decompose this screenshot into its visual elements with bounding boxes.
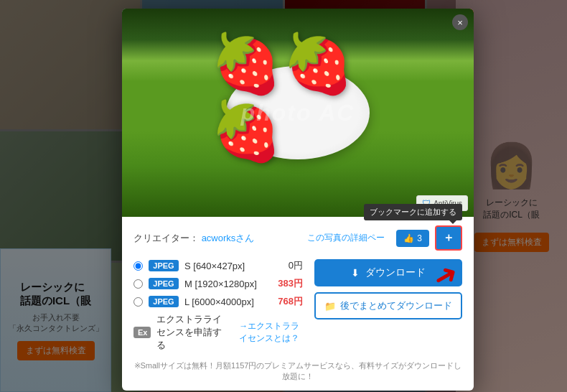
detail-link[interactable]: この写真の詳細ペー: [307, 232, 385, 244]
folder-icon: 📁: [324, 301, 336, 312]
option-row-s: JPEG S [640×427px] 0円: [133, 259, 303, 272]
bookmark-tooltip: ブックマークに追加する: [364, 204, 462, 220]
options-download-area: JPEG S [640×427px] 0円 JPEG M [1920×1280p…: [133, 259, 462, 355]
modal-image: 🍓🍓🍓 photo AC 🛡 AntiVirus: [122, 9, 474, 217]
ex-tag: Ex: [133, 327, 151, 338]
jpeg-tag-s: JPEG: [149, 260, 179, 271]
options-column: JPEG S [640×427px] 0円 JPEG M [1920×1280p…: [133, 259, 303, 355]
download-label: ダウンロード: [365, 266, 426, 279]
option-radio-m[interactable]: [133, 279, 143, 289]
option-row-m: JPEG M [1920×1280px] 383円: [133, 277, 303, 290]
modal-body: クリエイター： acworksさん この写真の詳細ペー 👍 3 ブックマークに追…: [122, 217, 474, 391]
creator-text: クリエイター：: [133, 233, 199, 243]
like-button[interactable]: 👍 3: [396, 230, 429, 247]
later-download-button[interactable]: 📁 後でまとめてダウンロード: [314, 292, 462, 319]
price-l: 768円: [278, 295, 303, 308]
ex-link[interactable]: →エクストラライセンスとは？: [239, 320, 303, 345]
strawberry-scene: 🍓🍓🍓: [122, 9, 474, 217]
bookmark-button[interactable]: ＋: [435, 225, 462, 251]
jpeg-tag-l: JPEG: [149, 296, 179, 307]
creator-row: クリエイター： acworksさん この写真の詳細ペー 👍 3 ブックマークに追…: [133, 225, 462, 251]
option-row-ex: Ex エクストラライセンスを申請する →エクストラライセンスとは？: [133, 313, 303, 352]
option-radio-l[interactable]: [133, 297, 143, 307]
bookmark-wrap: ブックマークに追加する ＋: [435, 225, 462, 251]
creator-label: クリエイター： acworksさん: [133, 233, 254, 243]
jpeg-tag-m: JPEG: [149, 278, 179, 289]
download-icon: ⬇: [351, 267, 360, 279]
later-label: 後でまとめてダウンロード: [340, 299, 452, 312]
price-s: 0円: [289, 259, 303, 272]
close-button[interactable]: ×: [452, 14, 468, 30]
thumbs-up-icon: 👍: [403, 233, 414, 243]
strawberry-emoji: 🍓🍓🍓: [210, 30, 386, 165]
option-row-l: JPEG L [6000×4000px] 768円: [133, 295, 303, 308]
right-actions: この写真の詳細ペー 👍 3 ブックマークに追加する ＋: [307, 225, 462, 251]
note-text: ※Smallサイズは無料！月額1157円のプレミアムサービスなら、有料サイズがダ…: [133, 360, 462, 382]
image-modal: × 🍓🍓🍓 photo AC 🛡 AntiVirus クリエイター： acwor…: [122, 9, 474, 391]
size-label-m: M [1920×1280px]: [184, 279, 257, 289]
size-label-l: L [6000×4000px]: [184, 297, 254, 307]
creator-link[interactable]: acworksさん: [202, 233, 255, 243]
ex-label: エクストラライセンスを申請する: [156, 313, 230, 352]
like-count: 3: [417, 233, 422, 243]
size-label-s: S [640×427px]: [184, 261, 245, 271]
price-m: 383円: [278, 277, 303, 290]
creator-info: クリエイター： acworksさん: [133, 231, 254, 245]
option-radio-s[interactable]: [133, 261, 143, 271]
plus-icon: ＋: [443, 230, 454, 246]
download-button[interactable]: ⬇ ダウンロード: [314, 259, 462, 286]
download-column: ⬇ ダウンロード 📁 後でまとめてダウンロード: [314, 259, 462, 319]
